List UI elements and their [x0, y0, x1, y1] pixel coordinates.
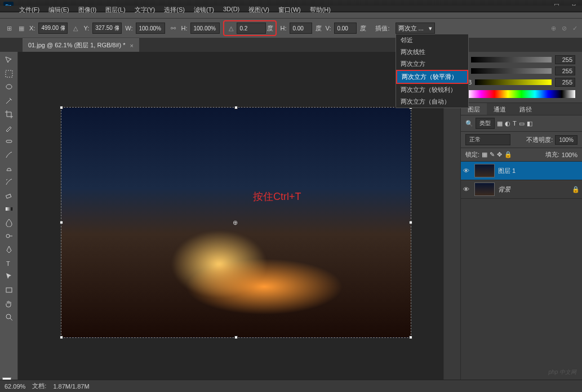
menu-help[interactable]: 帮助(H) [310, 6, 331, 14]
color-slider-b[interactable] [475, 79, 552, 85]
w-input[interactable] [136, 23, 165, 34]
color-value-b[interactable]: 255 [555, 78, 575, 87]
x-input[interactable] [38, 23, 68, 34]
interp-opt-bicubic-sharper[interactable]: 两次立方（较锐利） [396, 84, 468, 96]
svg-rect-7 [6, 288, 12, 292]
tab-paths[interactable]: 路径 [513, 103, 539, 115]
color-slider[interactable] [471, 68, 552, 74]
menu-file[interactable]: 文件(F) [19, 6, 39, 14]
document-tab[interactable]: 01.jpg @ 62.1% (图层 1, RGB/8#) * × [23, 38, 139, 52]
lock-pixels-icon[interactable]: ✎ [490, 151, 495, 158]
swap-xy-icon[interactable]: △ [71, 24, 80, 33]
menu-view[interactable]: 视图(V) [248, 6, 269, 14]
chevron-down-icon: ▾ [429, 25, 432, 32]
healing-brush-tool[interactable] [2, 135, 16, 148]
menu-image[interactable]: 图像(I) [78, 6, 96, 14]
skew-h-input[interactable] [290, 23, 312, 34]
crop-tool[interactable] [2, 108, 16, 121]
marquee-tool[interactable] [2, 68, 16, 80]
filter-adjust-icon[interactable]: ◐ [505, 120, 510, 127]
path-selection-tool[interactable] [2, 270, 16, 283]
zoom-tool[interactable] [2, 311, 16, 323]
fill-value[interactable]: 100% [562, 152, 577, 158]
dodge-tool[interactable] [2, 230, 16, 242]
options-bar: ⊞ ▦ X: △ Y: W: ⚯ H: △ 度 H: 度 V: 度 插值: 两次… [0, 18, 582, 38]
transform-center-icon[interactable]: ⊕ [233, 219, 238, 226]
svg-point-1 [6, 84, 12, 89]
y-input[interactable] [92, 23, 122, 34]
type-tool[interactable]: T [2, 257, 16, 269]
interp-opt-bilinear[interactable]: 两次线性 [396, 46, 468, 58]
link-wh-icon[interactable]: ⚯ [168, 24, 177, 33]
filter-type-icon[interactable]: T [513, 120, 517, 127]
visibility-icon[interactable]: 👁 [463, 186, 471, 193]
magic-wand-tool[interactable] [2, 95, 16, 107]
color-slider[interactable] [471, 57, 552, 63]
search-icon[interactable]: 🔍 [465, 120, 473, 127]
transform-handle-n[interactable] [234, 106, 238, 109]
skew-v-input[interactable] [334, 23, 357, 34]
eraser-tool[interactable] [2, 189, 16, 202]
menu-3d[interactable]: 3D(D) [223, 6, 239, 12]
menu-window[interactable]: 窗口(W) [278, 6, 301, 14]
layer-thumbnail[interactable] [474, 182, 495, 196]
layer-item[interactable]: 👁 背景 🔒 [461, 180, 582, 199]
commit-transform-icon[interactable]: ✓ [572, 25, 577, 32]
visibility-icon[interactable]: 👁 [463, 167, 471, 174]
clone-stamp-tool[interactable] [2, 162, 16, 175]
move-tool[interactable] [2, 54, 16, 66]
h-input[interactable] [190, 23, 220, 34]
color-value-1[interactable]: 255 [555, 55, 575, 64]
lock-all-icon[interactable]: 🔒 [504, 151, 512, 158]
filter-kind-select[interactable]: 类型 [476, 118, 495, 129]
eyedropper-tool[interactable] [2, 122, 16, 134]
transform-handle-e[interactable] [409, 221, 412, 224]
transform-handle-w[interactable] [60, 221, 63, 224]
filter-smart-icon[interactable]: ◧ [527, 120, 532, 127]
menu-filter[interactable]: 滤镜(T) [194, 6, 214, 14]
transform-handle-nw[interactable] [60, 106, 63, 109]
tab-channels[interactable]: 通道 [487, 103, 513, 115]
canvas-area[interactable]: 按住Ctrl+T ⊕ [18, 52, 443, 392]
interp-opt-bicubic-auto[interactable]: 两次立方（自动） [396, 96, 468, 108]
lock-position-icon[interactable]: ✥ [497, 151, 502, 158]
layer-name[interactable]: 图层 1 [498, 167, 516, 175]
cancel-transform-icon[interactable]: ⊘ [562, 25, 567, 32]
menu-edit[interactable]: 编辑(E) [48, 6, 69, 14]
rectangle-tool[interactable] [2, 284, 16, 296]
interp-opt-bicubic[interactable]: 两次立方 [396, 58, 468, 70]
color-spectrum[interactable] [468, 90, 575, 98]
lock-transparency-icon[interactable]: ▦ [482, 151, 487, 158]
transform-handle-sw[interactable] [60, 336, 63, 339]
brush-tool[interactable] [2, 149, 16, 161]
hand-tool[interactable] [2, 297, 16, 310]
warp-mode-icon[interactable]: ⊕ [551, 25, 556, 32]
interp-opt-nearest[interactable]: 邻近 [396, 34, 468, 46]
color-value-2[interactable]: 255 [555, 66, 575, 75]
filter-pixel-icon[interactable]: ▦ [497, 120, 503, 127]
history-brush-tool[interactable] [2, 176, 16, 188]
angle-input[interactable] [237, 23, 266, 34]
transform-handle-se[interactable] [409, 336, 412, 339]
transform-handle-s[interactable] [234, 336, 238, 339]
layer-name[interactable]: 背景 [498, 185, 510, 194]
menu-type[interactable]: 文字(Y) [135, 6, 156, 14]
layer-thumbnail[interactable] [474, 164, 495, 177]
document-canvas[interactable]: 按住Ctrl+T ⊕ [61, 107, 411, 338]
menu-layer[interactable]: 图层(L) [105, 6, 125, 14]
lasso-tool[interactable] [2, 81, 16, 93]
layer-item[interactable]: 👁 图层 1 [461, 162, 582, 180]
zoom-level[interactable]: 62.09% [5, 383, 25, 390]
doc-info-value[interactable]: 1.87M/1.87M [53, 383, 89, 390]
blend-mode-select[interactable]: 正常 [465, 134, 510, 145]
blur-tool[interactable] [2, 216, 16, 229]
filter-shape-icon[interactable]: ▭ [519, 120, 525, 127]
reference-point-icon[interactable]: ▦ [17, 24, 26, 33]
pen-tool[interactable] [2, 243, 16, 256]
opacity-value[interactable]: 100% [555, 135, 577, 145]
interpolation-dropdown[interactable]: 两次立 ... ▾ [396, 23, 435, 34]
gradient-tool[interactable] [2, 203, 16, 215]
interp-opt-bicubic-smoother[interactable]: 两次立方（较平滑） [396, 70, 468, 84]
menu-select[interactable]: 选择(S) [164, 6, 185, 14]
tab-close-icon[interactable]: × [130, 42, 134, 49]
